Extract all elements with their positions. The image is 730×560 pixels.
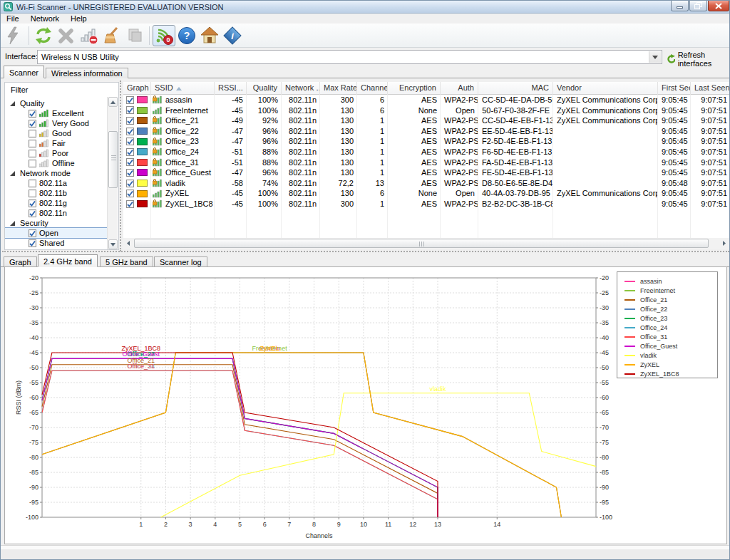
combobox-arrow[interactable] <box>649 51 661 63</box>
checkbox[interactable] <box>29 120 36 128</box>
checkbox[interactable] <box>29 229 36 237</box>
checkbox[interactable] <box>29 209 36 217</box>
scrollbar-thumb[interactable] <box>108 131 118 188</box>
column-header-vendor[interactable]: Vendor <box>553 82 658 95</box>
filter-item-offline[interactable]: Offline <box>5 158 109 168</box>
menu-network[interactable]: Network <box>25 14 65 24</box>
tree-expand-icon[interactable] <box>9 220 16 227</box>
tab-2-4-ghz-band[interactable]: 2.4 GHz band <box>38 254 98 267</box>
checkbox[interactable] <box>126 200 134 208</box>
checkbox[interactable] <box>29 190 36 197</box>
column-header-rssi-[interactable]: RSSI... <box>215 82 247 95</box>
checkbox[interactable] <box>29 110 36 118</box>
column-header-encryption[interactable]: Encryption <box>388 82 441 95</box>
legend-item: Office_31 <box>624 332 717 341</box>
checkbox[interactable] <box>29 140 36 147</box>
filter-item-802-11a[interactable]: 802.11a <box>5 178 109 188</box>
interface-combobox[interactable]: Wireless N USB Utility <box>37 50 662 64</box>
checkbox[interactable] <box>126 169 134 177</box>
clear-button[interactable] <box>101 25 123 46</box>
tab-wireless-information[interactable]: Wireless information <box>46 68 128 78</box>
copy-button[interactable] <box>123 25 146 46</box>
filter-item-poor[interactable]: Poor <box>5 148 109 158</box>
checkbox[interactable] <box>29 150 36 157</box>
top-tab-strip: ScannerWireless information <box>1 66 730 78</box>
checkbox[interactable] <box>126 148 134 156</box>
signal-strength-icon <box>153 127 163 135</box>
checkbox[interactable] <box>29 130 36 138</box>
svg-text:1: 1 <box>139 521 143 528</box>
column-header-network-[interactable]: Network ... <box>282 82 320 95</box>
scroll-down-button[interactable] <box>108 239 118 249</box>
checkbox[interactable] <box>126 128 134 135</box>
stop-scan-button[interactable]: 0 <box>153 25 175 46</box>
filter-item-label: Very Good <box>52 119 89 128</box>
column-header-ssid[interactable]: SSID <box>151 82 215 95</box>
checkbox[interactable] <box>126 180 134 187</box>
checkbox[interactable] <box>126 106 134 114</box>
column-header-quality[interactable]: Quality <box>247 82 282 95</box>
filter-scrollbar[interactable] <box>107 97 118 249</box>
checkbox[interactable] <box>29 239 36 247</box>
home-button[interactable] <box>198 25 221 46</box>
tab-scanner-log[interactable]: Scanner log <box>154 256 207 267</box>
cell-mac: CC-5D-4E-EB-F1-13 <box>478 115 553 126</box>
connect-button[interactable] <box>3 25 26 46</box>
cell-ssid: Office_22 <box>151 126 215 137</box>
column-header-max-rate[interactable]: Max Rate <box>320 82 357 95</box>
scrollbar-thumb[interactable] <box>134 239 709 248</box>
checkbox[interactable] <box>126 96 134 104</box>
menu-help[interactable]: Help <box>65 14 93 24</box>
close-button[interactable] <box>708 1 729 11</box>
restore-button[interactable] <box>689 1 707 11</box>
tab-scanner[interactable]: Scanner <box>4 66 44 78</box>
filter-item-fair[interactable]: Fair <box>5 138 109 148</box>
checkbox[interactable] <box>29 160 36 167</box>
menu-file[interactable]: File <box>1 14 25 24</box>
about-button[interactable]: i <box>221 25 244 46</box>
column-header-channel[interactable]: Channel <box>357 82 388 95</box>
scroll-up-button[interactable] <box>108 97 118 107</box>
tab-5-ghz-band[interactable]: 5 GHz band <box>100 256 153 267</box>
filter-group-quality[interactable]: Quality <box>5 98 109 108</box>
column-header-auth[interactable]: Auth <box>441 82 478 95</box>
filter-item-open[interactable]: Open <box>5 228 109 238</box>
filter-group-security[interactable]: Security <box>5 218 109 228</box>
vertical-splitter[interactable] <box>120 81 122 252</box>
filter-item-good[interactable]: Good <box>5 128 109 138</box>
checkbox[interactable] <box>126 158 134 166</box>
checkbox[interactable] <box>126 117 134 125</box>
checkbox[interactable] <box>29 180 36 187</box>
filter-item-802-11n[interactable]: 802.11n <box>5 208 109 218</box>
horizontal-splitter[interactable] <box>2 251 729 253</box>
scroll-right-button[interactable] <box>719 239 729 248</box>
tab-graph[interactable]: Graph <box>4 256 37 267</box>
delete-button[interactable] <box>55 25 78 46</box>
filter-item-very-good[interactable]: Very Good <box>5 118 109 128</box>
column-header-first-seen[interactable]: First Seen <box>658 82 691 95</box>
cell-last-seen: 9:07:51 <box>691 95 729 105</box>
filter-item-shared[interactable]: Shared <box>5 238 109 248</box>
filter-item-802-11b[interactable]: 802.11b <box>5 188 109 198</box>
checkbox[interactable] <box>126 138 134 145</box>
table-hscrollbar[interactable] <box>123 238 729 249</box>
checkbox[interactable] <box>126 190 134 197</box>
tree-expand-icon[interactable] <box>9 170 16 177</box>
copy-icon <box>125 26 145 46</box>
scroll-left-button[interactable] <box>123 239 133 248</box>
signal-filter-button[interactable] <box>78 25 101 46</box>
column-header-graph[interactable]: Graph <box>123 82 151 95</box>
legend-swatch <box>624 281 635 282</box>
minimize-button[interactable] <box>671 1 689 11</box>
tree-expand-icon[interactable] <box>9 100 16 107</box>
column-header-last-seen[interactable]: Last Seen <box>691 82 729 95</box>
column-header-mac[interactable]: MAC <box>478 82 553 95</box>
help-button[interactable]: ? <box>175 25 198 46</box>
filter-item-802-11g[interactable]: 802.11g <box>5 198 109 208</box>
refresh-button[interactable] <box>32 25 55 46</box>
filter-item-excellent[interactable]: Excellent <box>5 108 109 118</box>
filter-group-network-mode[interactable]: Network mode <box>5 168 109 178</box>
checkbox[interactable] <box>29 199 36 207</box>
cell-encryption: None <box>388 188 441 199</box>
cell-quality: 100% <box>247 95 282 105</box>
